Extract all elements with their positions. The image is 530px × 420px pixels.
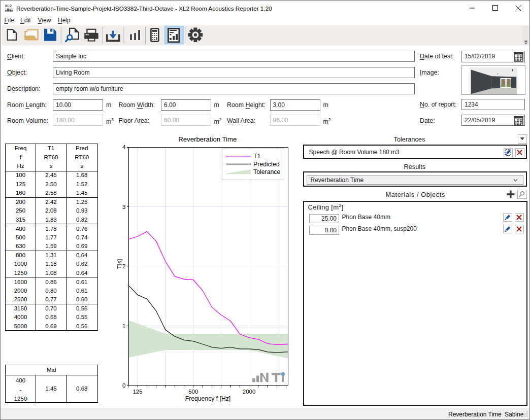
svg-text:T1: T1 — [253, 153, 261, 160]
svg-text:4: 4 — [122, 144, 126, 150]
svg-text:2: 2 — [122, 263, 125, 269]
svg-text:500: 500 — [188, 389, 198, 395]
svg-text:Tolerance: Tolerance — [253, 168, 280, 176]
svg-text:Frequency f [Hz]: Frequency f [Hz] — [185, 395, 230, 402]
svg-text:T[s]: T[s] — [116, 259, 123, 269]
svg-text:1: 1 — [122, 323, 125, 329]
svg-text:Predicted: Predicted — [253, 161, 280, 168]
svg-text:2000: 2000 — [243, 389, 256, 395]
svg-text:Reverberation Time: Reverberation Time — [178, 135, 237, 143]
svg-text:3: 3 — [122, 204, 125, 210]
svg-text:125: 125 — [132, 389, 142, 395]
svg-text:0: 0 — [122, 382, 125, 389]
